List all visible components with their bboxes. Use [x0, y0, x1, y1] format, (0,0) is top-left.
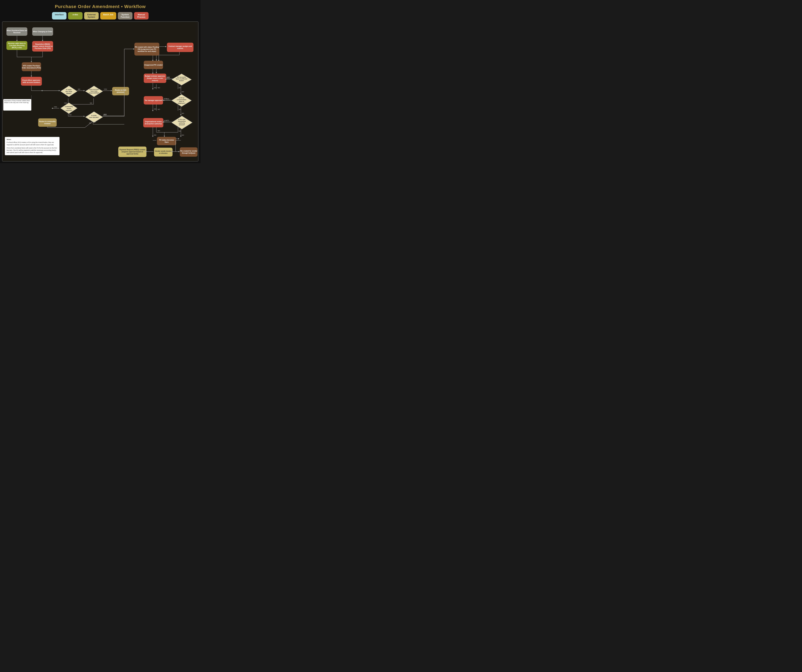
legend-system: SystemFunction [118, 12, 133, 19]
main-container: Purchase Order Amendment • Workflow Inte… [0, 0, 200, 163]
legend-manual: ManualProcess [134, 12, 149, 19]
svg-text:Commodity: Commodity [65, 106, 73, 107]
po-created-box: PO created with status Pending CM Assign… [134, 43, 159, 55]
svg-text:NO: NO [78, 88, 80, 90]
contract-manager-box: Contract manager assigns and submits [167, 43, 194, 52]
svg-text:have insufficient: have insufficient [176, 78, 187, 80]
svg-text:less than: less than [66, 91, 72, 92]
legend-batch: Batch Job [100, 12, 116, 19]
does-account-diamond: Does account have C&G responsibility? [85, 85, 103, 97]
svg-text:Is order: Is order [66, 89, 72, 91]
kfs-creates-box: KFS creates Purchase Order Amendment (PO… [22, 62, 41, 71]
is-order-over-diamond: Is order over $10,000? [85, 111, 103, 123]
is-po-nonresident-diamond: Is PO to a nonresident alien or employee… [171, 94, 192, 107]
svg-text:employee?: employee? [178, 102, 185, 104]
do-accounts-diamond: Do accounts have insufficient funds? [171, 73, 192, 86]
svg-text:funds?: funds? [179, 80, 184, 81]
is-order-less-diamond: Is order less than $5000? [60, 85, 78, 97]
svg-text:Does account: Does account [89, 89, 99, 90]
legend-external: ExternalSystem [84, 12, 99, 19]
svg-text:NO: NO [90, 102, 92, 104]
svg-text:alien or: alien or [179, 100, 184, 102]
page-title: Purchase Order Amendment • Workflow [2, 2, 199, 11]
file-created-box: File created for vendor through SciQuest [180, 147, 197, 157]
separation-box: Separation of duty reviewer added when i… [3, 99, 31, 111]
svg-marker-106 [171, 94, 192, 107]
svg-text:Do accounts: Do accounts [177, 76, 186, 78]
notes-box: Notes: If a fiscal officer (FO) creates … [5, 137, 60, 155]
svg-text:NO: NO [179, 87, 181, 89]
when-unordered-box: When Unordered Items are Received [6, 28, 27, 36]
svg-text:$5000?: $5000? [66, 92, 71, 94]
when-changing-box: When Changing an Order [32, 28, 53, 36]
svg-text:authority: authority [179, 122, 185, 124]
requisition-box: Requisition (REQS) initiator selects Ame… [32, 41, 53, 52]
svg-text:NO: NO [179, 130, 181, 132]
organizational-box: Organizational review (transaction autho… [143, 118, 163, 127]
vendor-sends-box: Vendor sends invoice or eInvoice [154, 148, 173, 157]
svg-text:YES: YES [167, 76, 170, 78]
svg-text:have C&G: have C&G [91, 90, 97, 92]
po-status-box: PO status becomes Open [157, 137, 176, 145]
unapproved-po-box: Unapproved PO created [144, 61, 163, 69]
svg-text:NO: NO [158, 108, 160, 110]
svg-text:Is order: Is order [91, 115, 97, 116]
svg-text:YES: YES [166, 120, 169, 121]
svg-text:a nonresident: a nonresident [177, 99, 186, 100]
budget-reviewer-box: Budget reviewer approves (budget review … [144, 74, 166, 83]
svg-text:responsibility?: responsibility? [89, 92, 99, 94]
svg-text:YES: YES [104, 88, 107, 90]
notes-line2: POAs from unordered items will route to … [6, 147, 58, 154]
routes-cg-box: Routes to C&G processor [112, 87, 129, 96]
svg-text:Is PO to: Is PO to [179, 97, 184, 99]
svg-text:required?: required? [66, 110, 72, 111]
notes-line1: If a fiscal officer (FO) creates a POA u… [6, 141, 58, 146]
routes-commodity-box: Routes to commodity reviewer [38, 118, 57, 127]
notes-title: Notes: [6, 138, 58, 141]
svg-text:amount?: amount? [179, 124, 185, 126]
receiver-adds-box: Receiver adds items to Line-Item Receivi… [6, 41, 27, 50]
svg-text:NO: NO [158, 130, 160, 131]
svg-text:transaction: transaction [178, 120, 186, 122]
svg-text:YES: YES [103, 114, 107, 116]
legend-edoc: e-doc [68, 12, 82, 19]
payment-request-box: Payment Request (PREQ) created (requires… [118, 147, 147, 157]
svg-text:NO: NO [179, 108, 181, 110]
fiscal-officer-box: Fiscal officer approves; adds account nu… [21, 77, 42, 86]
svg-text:over $10,000?: over $10,000? [89, 117, 99, 118]
commodity-review-diamond: Commodity review required? [60, 102, 78, 114]
legend-interface: Interface [52, 12, 66, 19]
workflow-area: NO YES NO YES NO YES [2, 21, 199, 162]
svg-text:NO: NO [158, 87, 160, 89]
svg-text:review: review [66, 108, 71, 109]
svg-text:YES: YES [166, 98, 169, 100]
svg-text:Is PO over: Is PO over [178, 119, 186, 120]
svg-text:YES: YES [54, 106, 57, 108]
is-po-over-diamond: Is PO over transaction authority amount? [171, 115, 193, 130]
tax-manager-box: Tax manager approves [144, 96, 163, 105]
legend: Interface e-doc ExternalSystem Batch Job… [2, 11, 199, 21]
